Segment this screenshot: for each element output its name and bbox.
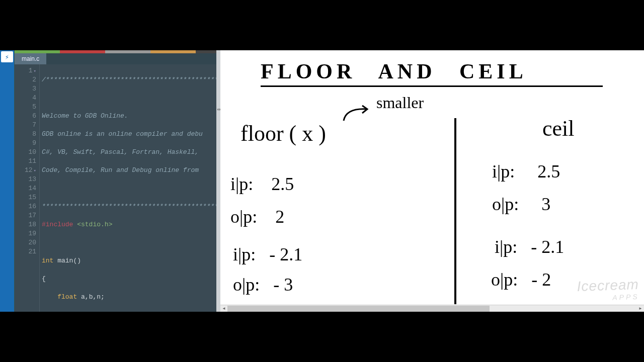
code-text[interactable]: /***************************************…	[40, 64, 216, 312]
line-number: 19	[15, 229, 36, 238]
title-underline	[261, 85, 603, 87]
whiteboard-title: FLOOR AND CEIL	[261, 59, 527, 83]
io-value: - 3	[273, 275, 293, 295]
line-number: 3	[15, 84, 36, 94]
line-number: 5	[15, 103, 36, 112]
io-value: 2.5	[537, 161, 560, 182]
line-number: 13	[15, 175, 36, 184]
line-number: 17	[15, 211, 36, 220]
tab-bar: main.c	[15, 53, 216, 64]
punct: );	[120, 311, 128, 312]
line-number: 16	[15, 202, 36, 211]
io-value: 2.5	[271, 174, 294, 194]
comment-text: ****************************************…	[46, 76, 216, 83]
line-number: 12	[15, 166, 36, 175]
horizontal-scrollbar[interactable]: ◄ ►	[220, 305, 644, 312]
line-number: 15	[15, 193, 36, 202]
line-number: 7	[15, 121, 36, 130]
line-number: 1	[15, 66, 36, 75]
comment-text: Code, Compile, Run and Debug online from	[42, 166, 203, 174]
comment-text: /	[42, 76, 46, 83]
line-number-gutter: 1 2 3 4 5 6 7 8 9 10 11 12 13 14 15 16 1…	[15, 64, 40, 312]
brace: {	[42, 275, 46, 283]
ceil-label: ceil	[542, 116, 575, 141]
io-label: i|p:	[233, 244, 256, 264]
line-number: 21	[15, 247, 36, 256]
splitter[interactable]: ⇔	[216, 50, 220, 312]
keyword: float	[57, 293, 77, 301]
comment-text: GDB online is an online compiler and deb…	[42, 130, 203, 138]
line-number: 14	[15, 184, 36, 193]
line-number: 9	[15, 139, 36, 148]
line-number: 2	[15, 75, 36, 84]
fn-decl: main()	[53, 257, 81, 264]
line-number: 6	[15, 112, 36, 121]
line-number: 20	[15, 238, 36, 247]
io-value: - 2.1	[269, 244, 302, 264]
ceil-ex2-out: o|p: - 2	[491, 269, 551, 290]
watermark: Icecream APPS	[577, 277, 639, 303]
io-value: 3	[541, 194, 550, 214]
io-label: o|p:	[230, 207, 257, 227]
include: <stdio.h>	[77, 221, 112, 228]
io-value: - 2	[531, 269, 551, 290]
tab-main-c[interactable]: main.c	[15, 53, 46, 64]
preproc: #include	[42, 221, 77, 228]
comment-text: Welcome to GDB Online.	[42, 112, 128, 120]
io-label: o|p:	[492, 194, 519, 214]
io-value: - 2.1	[531, 237, 564, 257]
watermark-text: Icecream	[577, 277, 639, 294]
ceil-ex2-in: i|p: - 2.1	[495, 236, 564, 257]
paren: (	[81, 311, 85, 312]
line-number: 4	[15, 94, 36, 103]
floor-ex2-out: o|p: - 3	[233, 274, 293, 295]
line-number: 18	[15, 220, 36, 229]
floor-ex1-out: o|p: 2	[230, 206, 284, 227]
whiteboard-panel: FLOOR AND CEIL smaller floor ( x ) ceil …	[220, 50, 644, 312]
floor-label: floor ( x )	[240, 121, 326, 146]
floor-ex2-in: i|p: - 2.1	[233, 244, 302, 265]
vars: a,b,n;	[77, 293, 105, 301]
indent	[42, 311, 57, 312]
scroll-left-icon[interactable]: ◄	[220, 305, 227, 312]
indent	[42, 293, 57, 301]
scrollbar-track[interactable]	[227, 306, 637, 312]
fn-call: printf	[57, 311, 81, 312]
comment-text: ****************************************…	[42, 203, 216, 210]
annotation-smaller: smaller	[376, 94, 424, 112]
ceil-ex1-out: o|p: 3	[492, 194, 550, 215]
editor-panel: main.c 1 2 3 4 5 6 7 8 9 10 11 12 13 14 …	[14, 50, 216, 312]
line-number: 8	[15, 130, 36, 139]
string: "enter n"	[85, 311, 120, 312]
scroll-right-icon[interactable]: ►	[637, 305, 644, 312]
io-label: o|p:	[491, 269, 518, 290]
watermark-sub: APPS	[577, 293, 639, 303]
resize-icon[interactable]: ⇔	[217, 106, 219, 113]
scrollbar-thumb[interactable]	[227, 306, 490, 312]
divider-line	[454, 118, 456, 304]
io-value: 2	[275, 207, 284, 227]
arrow-icon	[341, 103, 371, 123]
io-label: i|p:	[230, 174, 253, 194]
code-area[interactable]: 1 2 3 4 5 6 7 8 9 10 11 12 13 14 15 16 1…	[15, 64, 216, 312]
io-label: o|p:	[233, 275, 260, 295]
io-label: i|p:	[492, 161, 515, 182]
bolt-icon[interactable]: ⚡	[1, 51, 13, 62]
floor-ex1-in: i|p: 2.5	[230, 173, 294, 195]
left-rail: ⚡	[0, 50, 14, 312]
line-number: 10	[15, 148, 36, 157]
comment-text: C#, VB, Swift, Pascal, Fortran, Haskell,	[42, 148, 203, 156]
io-label: i|p:	[495, 237, 517, 257]
ceil-ex1-in: i|p: 2.5	[492, 161, 560, 182]
keyword: int	[42, 257, 53, 264]
line-number: 11	[15, 157, 36, 166]
